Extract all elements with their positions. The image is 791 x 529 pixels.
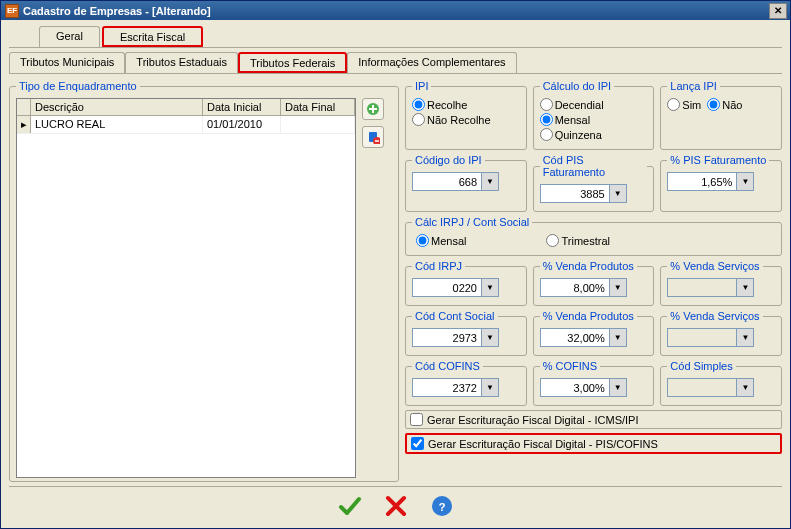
tab-geral-label: Geral	[56, 30, 83, 42]
tipo-enquadramento-legend: Tipo de Enquadramento	[16, 80, 140, 92]
lanca-ipi-legend: Lança IPI	[667, 80, 719, 92]
titlebar: EF Cadastro de Empresas - [Alterando] ✕	[1, 1, 790, 20]
cod-simples-input	[667, 378, 737, 397]
cancel-button[interactable]	[382, 492, 410, 520]
calc-ipi-decendial-radio[interactable]	[540, 98, 553, 111]
efd-icms-checkbox[interactable]	[410, 413, 423, 426]
right-column: IPI Recolhe Não Recolhe Cálculo do IPI D…	[405, 80, 782, 482]
cod-cofins-legend: Cód COFINS	[412, 360, 483, 372]
content: Geral Escrita Fiscal Tributos Municipais…	[1, 20, 790, 528]
pct-cofins-legend: % COFINS	[540, 360, 600, 372]
main-tabs: Geral Escrita Fiscal	[9, 26, 782, 48]
calc-ipi-quinzena-option[interactable]: Quinzena	[540, 128, 602, 141]
lanca-ipi-sim-option[interactable]: Sim	[667, 98, 701, 111]
ipi-recolhe-label: Recolhe	[427, 99, 467, 111]
calc-ipi-quinzena-radio[interactable]	[540, 128, 553, 141]
lanca-ipi-nao-label: Não	[722, 99, 742, 111]
enquadramento-table[interactable]: Descrição Data Inicial Data Final ▸ LUCR…	[16, 98, 356, 478]
cod-cont-social-input[interactable]	[412, 328, 482, 347]
ipi-nao-recolhe-option[interactable]: Não Recolhe	[412, 113, 491, 126]
ipi-recolhe-radio[interactable]	[412, 98, 425, 111]
lanca-ipi-nao-radio[interactable]	[707, 98, 720, 111]
close-button[interactable]: ✕	[769, 3, 787, 19]
codigo-ipi-group: Código do IPI ▼	[405, 154, 527, 212]
codigo-ipi-dropdown[interactable]: ▼	[482, 172, 499, 191]
cod-cont-social-legend: Cód Cont Social	[412, 310, 498, 322]
cod-irpj-input[interactable]	[412, 278, 482, 297]
calc-irpj-mensal-label: Mensal	[431, 235, 466, 247]
col-data-final[interactable]: Data Final	[281, 99, 355, 115]
cod-cofins-group: Cód COFINS ▼	[405, 360, 527, 406]
calc-irpj-group: Cálc IRPJ / Cont Social Mensal Trimestra…	[405, 216, 782, 256]
calc-irpj-mensal-radio[interactable]	[416, 234, 429, 247]
pct-venda-prod2-legend: % Venda Produtos	[540, 310, 637, 322]
window: EF Cadastro de Empresas - [Alterando] ✕ …	[0, 0, 791, 529]
ipi-recolhe-option[interactable]: Recolhe	[412, 98, 467, 111]
tab-tributos-federais[interactable]: Tributos Federais	[238, 52, 347, 73]
help-button[interactable]: ?	[428, 492, 456, 520]
tab-informacoes-complementares[interactable]: Informações Complementares	[347, 52, 516, 73]
efd-pis-checkbox[interactable]	[411, 437, 424, 450]
cod-pis-fat-input[interactable]	[540, 184, 610, 203]
pct-venda-serv2-group: % Venda Serviços ▼	[660, 310, 782, 356]
pct-venda-serv2-input	[667, 328, 737, 347]
cod-irpj-dropdown[interactable]: ▼	[482, 278, 499, 297]
table-header: Descrição Data Inicial Data Final	[17, 99, 355, 116]
help-icon: ?	[430, 494, 454, 518]
tab-tributos-estaduais[interactable]: Tributos Estaduais	[125, 52, 238, 73]
cod-cofins-input[interactable]	[412, 378, 482, 397]
svg-text:?: ?	[438, 501, 445, 513]
cod-pis-fat-dropdown[interactable]: ▼	[610, 184, 627, 203]
body: Tipo de Enquadramento Descrição Data Ini…	[9, 80, 782, 482]
ipi-nao-recolhe-radio[interactable]	[412, 113, 425, 126]
pct-pis-fat-group: % PIS Faturamento ▼	[660, 154, 782, 212]
lanca-ipi-nao-option[interactable]: Não	[707, 98, 742, 111]
row-indicator-icon: ▸	[17, 116, 31, 133]
cod-simples-dropdown: ▼	[737, 378, 754, 397]
tab-federais-label: Tributos Federais	[250, 57, 335, 69]
calc-irpj-trimestral-option[interactable]: Trimestral	[546, 234, 609, 247]
pct-cofins-dropdown[interactable]: ▼	[610, 378, 627, 397]
lanca-ipi-group: Lança IPI Sim Não	[660, 80, 782, 150]
cell-descricao: LUCRO REAL	[31, 116, 203, 133]
lanca-ipi-sim-label: Sim	[682, 99, 701, 111]
tab-estaduais-label: Tributos Estaduais	[136, 56, 227, 68]
confirm-button[interactable]	[336, 492, 364, 520]
calc-ipi-mensal-radio[interactable]	[540, 113, 553, 126]
pct-cofins-input[interactable]	[540, 378, 610, 397]
plus-icon	[366, 102, 380, 116]
efd-pis-row[interactable]: Gerar Escrituração Fiscal Digital - PIS/…	[405, 433, 782, 454]
table-row[interactable]: ▸ LUCRO REAL 01/01/2010	[17, 116, 355, 134]
calc-ipi-mensal-option[interactable]: Mensal	[540, 113, 590, 126]
tab-tributos-municipais[interactable]: Tributos Municipais	[9, 52, 125, 73]
table-body: ▸ LUCRO REAL 01/01/2010	[17, 116, 355, 134]
pct-pis-fat-dropdown[interactable]: ▼	[737, 172, 754, 191]
tab-geral[interactable]: Geral	[39, 26, 100, 47]
pct-pis-fat-input[interactable]	[667, 172, 737, 191]
col-descricao[interactable]: Descrição	[31, 99, 203, 115]
pct-venda-serv1-dropdown: ▼	[737, 278, 754, 297]
pct-venda-prod2-input[interactable]	[540, 328, 610, 347]
efd-icms-row[interactable]: Gerar Escrituração Fiscal Digital - ICMS…	[405, 410, 782, 429]
pct-venda-prod1-input[interactable]	[540, 278, 610, 297]
pct-venda-prod2-dropdown[interactable]: ▼	[610, 328, 627, 347]
cod-cont-social-dropdown[interactable]: ▼	[482, 328, 499, 347]
delete-row-button[interactable]	[362, 126, 384, 148]
col-data-inicial[interactable]: Data Inicial	[203, 99, 281, 115]
tab-escrita-fiscal[interactable]: Escrita Fiscal	[102, 26, 203, 47]
row-header-spacer	[17, 99, 31, 115]
calc-irpj-trimestral-radio[interactable]	[546, 234, 559, 247]
calc-ipi-quinzena-label: Quinzena	[555, 129, 602, 141]
pct-venda-prod1-dropdown[interactable]: ▼	[610, 278, 627, 297]
add-row-button[interactable]	[362, 98, 384, 120]
pct-venda-prod2-group: % Venda Produtos ▼	[533, 310, 655, 356]
calculo-ipi-legend: Cálculo do IPI	[540, 80, 614, 92]
cod-irpj-group: Cód IRPJ ▼	[405, 260, 527, 306]
calc-irpj-mensal-option[interactable]: Mensal	[416, 234, 466, 247]
calculo-ipi-group: Cálculo do IPI Decendial Mensal Quinzena	[533, 80, 655, 150]
calc-ipi-decendial-option[interactable]: Decendial	[540, 98, 604, 111]
lanca-ipi-sim-radio[interactable]	[667, 98, 680, 111]
cod-cofins-dropdown[interactable]: ▼	[482, 378, 499, 397]
codigo-ipi-input[interactable]	[412, 172, 482, 191]
cod-cont-social-group: Cód Cont Social ▼	[405, 310, 527, 356]
